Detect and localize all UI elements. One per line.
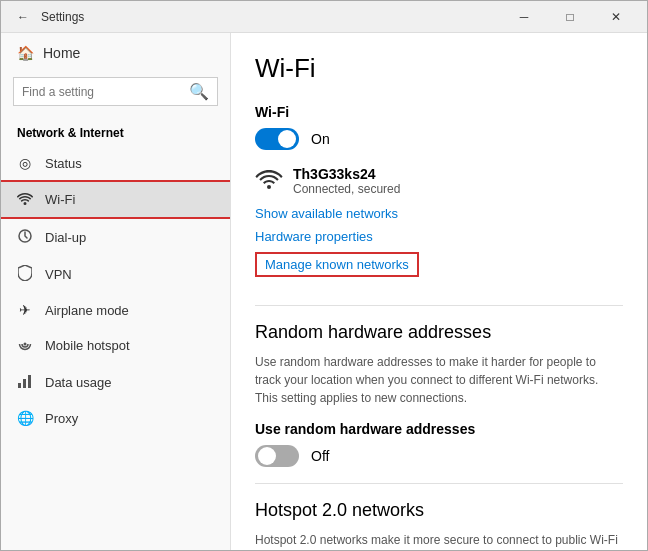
hotspot-title: Hotspot 2.0 networks — [255, 500, 623, 521]
wifi-nav-icon — [17, 191, 33, 208]
wifi-section-label: Wi-Fi — [255, 104, 623, 120]
hotspot-icon — [17, 336, 33, 355]
data-usage-icon — [17, 373, 33, 392]
home-icon: 🏠 — [17, 45, 33, 61]
main-content: Wi-Fi Wi-Fi On Th3G33k — [231, 33, 647, 550]
titlebar: ← Settings ─ □ ✕ — [1, 1, 647, 33]
hotspot-desc: Hotspot 2.0 networks make it more secure… — [255, 531, 623, 550]
svg-point-1 — [24, 343, 27, 346]
random-toggle-thumb — [258, 447, 276, 465]
divider-2 — [255, 483, 623, 484]
sidebar-item-hotspot[interactable]: Mobile hotspot — [1, 327, 230, 364]
sidebar-item-wifi[interactable]: Wi-Fi — [1, 180, 230, 219]
airplane-icon: ✈ — [17, 302, 33, 318]
network-status: Connected, secured — [293, 182, 400, 196]
back-button[interactable]: ← — [9, 3, 37, 31]
page-title: Wi-Fi — [255, 53, 623, 84]
sidebar-item-proxy[interactable]: 🌐 Proxy — [1, 401, 230, 435]
random-hardware-label: Use random hardware addresses — [255, 421, 623, 437]
svg-rect-4 — [28, 375, 31, 388]
sidebar: 🏠 Home 🔍 Network & Internet ◎ Status — [1, 33, 231, 550]
random-toggle-label: Off — [311, 448, 329, 464]
toggle-thumb — [278, 130, 296, 148]
minimize-button[interactable]: ─ — [501, 1, 547, 33]
manage-networks-link[interactable]: Manage known networks — [255, 252, 419, 277]
sidebar-item-dialup[interactable]: Dial-up — [1, 219, 230, 256]
network-details: Th3G33ks24 Connected, secured — [293, 166, 400, 196]
window-title: Settings — [41, 10, 501, 24]
search-icon: 🔍 — [189, 82, 209, 101]
random-hardware-title: Random hardware addresses — [255, 322, 623, 343]
maximize-button[interactable]: □ — [547, 1, 593, 33]
sidebar-section-title: Network & Internet — [1, 118, 230, 146]
wifi-connected-icon — [255, 168, 283, 198]
divider-1 — [255, 305, 623, 306]
proxy-icon: 🌐 — [17, 410, 33, 426]
wifi-toggle-label: On — [311, 131, 330, 147]
status-icon: ◎ — [17, 155, 33, 171]
search-box[interactable]: 🔍 — [13, 77, 218, 106]
show-networks-link[interactable]: Show available networks — [255, 206, 623, 221]
random-hardware-desc: Use random hardware addresses to make it… — [255, 353, 623, 407]
search-input[interactable] — [22, 85, 183, 99]
sidebar-item-status[interactable]: ◎ Status — [1, 146, 230, 180]
sidebar-item-airplane[interactable]: ✈ Airplane mode — [1, 293, 230, 327]
random-toggle-row: Off — [255, 445, 623, 467]
network-info: Th3G33ks24 Connected, secured — [255, 166, 623, 198]
svg-rect-3 — [23, 379, 26, 388]
sidebar-item-data[interactable]: Data usage — [1, 364, 230, 401]
settings-window: ← Settings ─ □ ✕ 🏠 Home 🔍 — [0, 0, 648, 551]
dialup-icon — [17, 228, 33, 247]
network-name: Th3G33ks24 — [293, 166, 400, 182]
window-controls: ─ □ ✕ — [501, 1, 639, 33]
svg-rect-2 — [18, 383, 21, 388]
wifi-toggle[interactable] — [255, 128, 299, 150]
vpn-icon — [17, 265, 33, 284]
content-area: 🏠 Home 🔍 Network & Internet ◎ Status — [1, 33, 647, 550]
sidebar-item-vpn[interactable]: VPN — [1, 256, 230, 293]
random-hardware-toggle[interactable] — [255, 445, 299, 467]
sidebar-item-home[interactable]: 🏠 Home — [1, 33, 230, 73]
close-button[interactable]: ✕ — [593, 1, 639, 33]
hardware-props-link[interactable]: Hardware properties — [255, 229, 623, 244]
wifi-toggle-row: On — [255, 128, 623, 150]
home-label: Home — [43, 45, 80, 61]
